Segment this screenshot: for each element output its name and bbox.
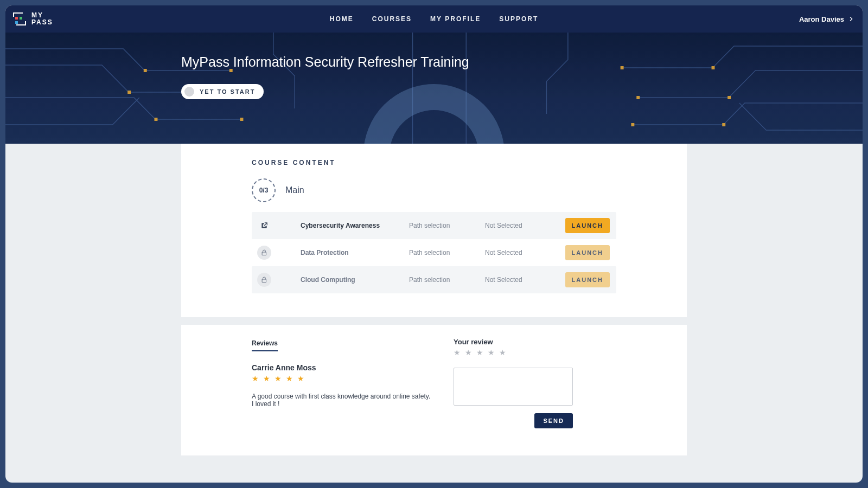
review-text: A good course with first class knowledge… <box>252 393 432 408</box>
lock-icon <box>257 273 271 287</box>
status-dot-icon <box>184 87 194 97</box>
svg-rect-6 <box>712 66 715 69</box>
svg-rect-8 <box>727 96 731 99</box>
lesson-status: Not Selected <box>485 276 565 284</box>
lesson-row: Cybersecurity Awareness Path selection N… <box>252 212 616 239</box>
lesson-status: Not Selected <box>485 222 565 229</box>
review-textarea[interactable] <box>454 368 573 406</box>
nav-support[interactable]: SUPPORT <box>499 15 538 23</box>
course-title: MyPass Information Security Refresher Tr… <box>181 54 687 70</box>
your-review-label: Your review <box>454 338 616 346</box>
brand-logo-text: MY PASS <box>31 12 53 25</box>
module-progress: 0/3 <box>252 178 276 202</box>
nav-courses[interactable]: COURSES <box>372 15 412 23</box>
module-name: Main <box>285 185 304 195</box>
course-status-label: YET TO START <box>200 88 255 95</box>
svg-rect-0 <box>144 69 147 72</box>
lesson-status: Not Selected <box>485 249 565 256</box>
lesson-meta: Path selection <box>409 222 485 229</box>
brand-logo-icon <box>13 12 26 25</box>
lesson-title: Cybersecurity Awareness <box>301 222 409 229</box>
launch-button[interactable]: LAUNCH <box>565 218 610 233</box>
course-content-heading: COURSE CONTENT <box>252 159 616 166</box>
lesson-title: Data Protection <box>301 249 409 256</box>
module-row: 0/3 Main <box>252 178 616 202</box>
svg-rect-10 <box>722 123 725 126</box>
your-review-stars[interactable]: ★ ★ ★ ★ ★ <box>454 348 616 357</box>
external-link-icon <box>257 219 271 233</box>
lock-icon <box>257 246 271 260</box>
send-button[interactable]: SEND <box>534 413 573 428</box>
svg-rect-2 <box>127 91 131 94</box>
svg-rect-4 <box>155 118 158 121</box>
review-stars: ★ ★ ★ ★ ★ <box>252 374 432 383</box>
launch-button: LAUNCH <box>565 272 610 287</box>
chevron-right-icon <box>847 15 855 23</box>
svg-rect-5 <box>240 118 244 121</box>
reviewer-name: Carrie Anne Moss <box>252 363 432 372</box>
launch-button: LAUNCH <box>565 245 610 260</box>
tab-reviews[interactable]: Reviews <box>252 339 278 351</box>
user-name: Aaron Davies <box>799 15 844 23</box>
nav-home[interactable]: HOME <box>330 15 354 23</box>
brand-logo[interactable]: MY PASS <box>13 12 53 25</box>
lesson-row: Cloud Computing Path selection Not Selec… <box>252 266 616 293</box>
reviews-card: Reviews Carrie Anne Moss ★ ★ ★ ★ ★ A goo… <box>181 325 687 455</box>
top-nav: MY PASS HOME COURSES MY PROFILE SUPPORT … <box>5 5 863 33</box>
lesson-title: Cloud Computing <box>301 276 409 284</box>
course-hero: MyPass Information Security Refresher Tr… <box>5 33 863 144</box>
course-status-chip: YET TO START <box>181 84 264 99</box>
lesson-meta: Path selection <box>409 249 485 256</box>
svg-rect-11 <box>631 123 634 126</box>
nav-links: HOME COURSES MY PROFILE SUPPORT <box>330 15 538 23</box>
lesson-row: Data Protection Path selection Not Selec… <box>252 239 616 266</box>
nav-profile[interactable]: MY PROFILE <box>430 15 481 23</box>
lesson-meta: Path selection <box>409 276 485 284</box>
user-menu[interactable]: Aaron Davies <box>799 15 855 23</box>
course-content-card: COURSE CONTENT 0/3 Main Cybersecurity Aw… <box>181 144 687 317</box>
